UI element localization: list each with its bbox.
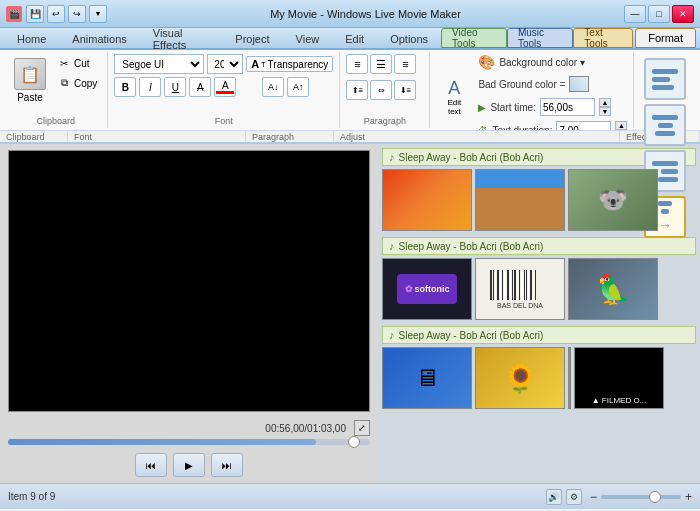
font-row-2: B I U A A A↓ A↑ [114, 77, 333, 97]
progress-thumb [348, 436, 360, 448]
effect-button-1[interactable] [644, 58, 686, 100]
cut-label: Cut [74, 58, 90, 69]
cut-button[interactable]: ✂ Cut [53, 54, 101, 72]
paste-button[interactable]: 📋 Paste [10, 54, 50, 107]
expand-button[interactable]: ⤢ [354, 420, 370, 436]
tab-group-music-tools[interactable]: Music Tools [507, 28, 573, 48]
paragraph-label-bottom: Paragraph [246, 131, 334, 142]
start-time-input[interactable] [540, 98, 595, 116]
clip-thumb-2[interactable] [475, 169, 565, 231]
clip-thumb-6[interactable]: 🦜 [568, 258, 658, 320]
ribbon-group-clipboard: 📋 Paste ✂ Cut ⧉ Copy Clipboard [4, 52, 108, 128]
status-icon-1[interactable]: 🔊 [546, 489, 562, 505]
font-size-select[interactable]: 20 [207, 54, 243, 74]
status-icon-2[interactable]: ⚙ [566, 489, 582, 505]
tab-view[interactable]: View [283, 28, 333, 48]
tab-project[interactable]: Project [222, 28, 282, 48]
paste-label: Paste [17, 92, 43, 103]
zoom-control: − + [590, 490, 692, 504]
copy-label: Copy [74, 78, 97, 89]
tab-bar: Home Animations Visual Effects Project V… [0, 28, 700, 50]
align-right-button[interactable]: ≡ [394, 54, 416, 74]
play-button[interactable]: ▶ [173, 453, 205, 477]
text-duration-up[interactable]: ▲ [615, 121, 627, 130]
tab-format[interactable]: Format [635, 28, 696, 48]
clip-label-9: ▲ FILMED O... [577, 395, 661, 406]
close-button[interactable]: ✕ [672, 5, 694, 23]
bad-ground-color-swatch[interactable] [569, 76, 589, 92]
font-family-select[interactable]: Segoe UI [114, 54, 204, 74]
align-middle-button[interactable]: ⇔ [370, 80, 392, 100]
clip-group-header-3: ♪ Sleep Away - Bob Acri (Bob Acri) [382, 326, 696, 344]
font-row-1: Segoe UI 20 AT Transparency [114, 54, 333, 74]
title-bar: 🎬 💾 ↩ ↪ ▼ My Movie - Windows Live Movie … [0, 0, 700, 28]
zoom-out-button[interactable]: − [590, 490, 597, 504]
transparency-label: Transparency [268, 59, 329, 70]
copy-button[interactable]: ⧉ Copy [53, 74, 101, 92]
clip-thumb-5[interactable]: BAS DEL DNA [475, 258, 565, 320]
align-left-button[interactable]: ≡ [346, 54, 368, 74]
minimize-button[interactable]: — [624, 5, 646, 23]
clip-thumb-bg-3: 🐨 [569, 170, 657, 230]
clip-separator [568, 347, 571, 409]
clip-thumb-9[interactable]: ▲ FILMED O... [574, 347, 664, 409]
effect-line-1a [652, 69, 678, 74]
next-frame-button[interactable]: ⏭ [211, 453, 243, 477]
tab-animations[interactable]: Animations [59, 28, 139, 48]
bold-button[interactable]: B [114, 77, 136, 97]
status-item-count: Item 9 of 9 [8, 491, 546, 502]
progress-track[interactable] [8, 439, 370, 445]
start-time-up[interactable]: ▲ [599, 98, 611, 107]
prev-frame-button[interactable]: ⏮ [135, 453, 167, 477]
tab-group-video-tools[interactable]: Video Tools [441, 28, 507, 48]
font-color-button[interactable]: A [214, 77, 236, 97]
ribbon-group-adjust: A Edittext 🎨 Background color ▾ Bad Grou… [430, 52, 634, 128]
clip-thumb-1[interactable] [382, 169, 472, 231]
clip-thumb-8[interactable]: 🌻 [475, 347, 565, 409]
zoom-in-button[interactable]: + [685, 490, 692, 504]
tab-edit[interactable]: Edit [332, 28, 377, 48]
main-area: 00:56,00/01:03,00 ⤢ ⏮ ▶ ⏭ ♪ Sleep Away -… [0, 144, 700, 483]
strikethrough-button[interactable]: A [189, 77, 211, 97]
italic-button[interactable]: I [139, 77, 161, 97]
copy-icon: ⧉ [57, 76, 71, 90]
clip-thumb-bg-7: 🖥 [383, 348, 471, 408]
playback-controls: ⏮ ▶ ⏭ [8, 453, 370, 477]
clip-thumb-7[interactable]: 🖥 [382, 347, 472, 409]
font-increase-button[interactable]: A↑ [287, 77, 309, 97]
dropdown-quick-btn[interactable]: ▼ [89, 5, 107, 23]
align-row-1: ≡ ☰ ≡ [346, 54, 416, 74]
video-canvas [8, 150, 370, 412]
maximize-button[interactable]: □ [648, 5, 670, 23]
start-time-down[interactable]: ▼ [599, 107, 611, 116]
softonic-logo: ✿ softonic [397, 274, 457, 304]
font-color-bar [216, 91, 234, 94]
clip-thumb-3[interactable]: 🐨 [568, 169, 658, 231]
adjust-content: A Edittext 🎨 Background color ▾ Bad Grou… [436, 54, 627, 141]
clip-thumb-bg-5: BAS DEL DNA [476, 259, 564, 319]
tab-home[interactable]: Home [4, 28, 59, 48]
font-decrease-button[interactable]: A↓ [262, 77, 284, 97]
save-quick-btn[interactable]: 💾 [26, 5, 44, 23]
align-center-button[interactable]: ☰ [370, 54, 392, 74]
tab-options[interactable]: Options [377, 28, 441, 48]
tab-visual-effects[interactable]: Visual Effects [140, 28, 223, 48]
align-bottom-button[interactable]: ⬇≡ [394, 80, 416, 100]
clip-thumb-4[interactable]: ✿ softonic [382, 258, 472, 320]
align-top-button[interactable]: ⬆≡ [346, 80, 368, 100]
zoom-slider[interactable] [601, 495, 681, 499]
effect-lines-2 [646, 109, 684, 142]
status-right: 🔊 ⚙ − + [546, 489, 692, 505]
redo-quick-btn[interactable]: ↪ [68, 5, 86, 23]
underline-button[interactable]: U [164, 77, 186, 97]
edit-text-button[interactable]: A Edittext [436, 54, 472, 141]
undo-quick-btn[interactable]: ↩ [47, 5, 65, 23]
clip-group-label-1: Sleep Away - Bob Acri (Bob Acri) [399, 152, 544, 163]
transparency-button[interactable]: AT Transparency [246, 56, 333, 72]
background-color-button[interactable]: Background color ▾ [499, 57, 585, 68]
window-controls: — □ ✕ [624, 5, 694, 23]
tab-group-text-tools[interactable]: Text Tools [573, 28, 633, 48]
font-label-bottom: Font [68, 131, 246, 142]
clips-row-3: 🖥 🌻 ▲ FILMED O... [382, 347, 696, 409]
effect-button-2[interactable] [644, 104, 686, 146]
